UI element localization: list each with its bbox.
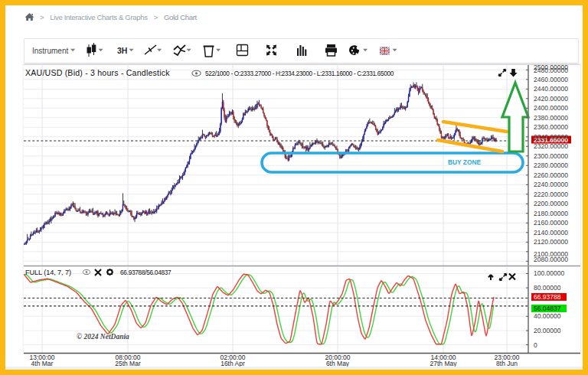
svg-text:Instrument: Instrument [32,47,68,55]
svg-text:3H: 3H [117,46,127,55]
